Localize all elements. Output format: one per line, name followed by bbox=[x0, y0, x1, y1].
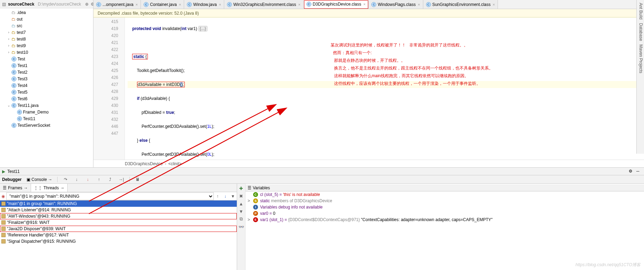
code-editor[interactable]: protected void invalidate(int var1) {...… bbox=[125, 17, 644, 160]
minimize-icon[interactable]: ─ bbox=[636, 169, 642, 174]
variable-row[interactable]: >Evar1 (slot_1) = {D3DContext$D3DContext… bbox=[245, 217, 644, 223]
breadcrumb[interactable]: D3DGraphicsDevice › <clinit> bbox=[93, 160, 644, 167]
prev-frame-icon[interactable]: ↑ bbox=[214, 192, 221, 200]
thread-row[interactable]: "Attach Listener"@914: RUNNING bbox=[0, 207, 237, 213]
watches-icon[interactable]: 👓 bbox=[238, 224, 244, 230]
expand-icon[interactable]: > bbox=[248, 198, 251, 203]
remove-watch-icon[interactable]: ✖ bbox=[238, 193, 244, 199]
breadcrumb-class[interactable]: D3DGraphicsDevice bbox=[125, 161, 163, 166]
line-number[interactable]: 419 bbox=[93, 25, 118, 32]
editor-tab[interactable]: CSunGraphicsEnvironment.class× bbox=[423, 0, 498, 9]
line-number[interactable]: 426 bbox=[93, 74, 118, 81]
variable-row[interactable]: Ccl (slot_5) = 'this' is not available bbox=[245, 191, 644, 198]
thread-row[interactable]: "AWT-Windows"@943: RUNNING bbox=[0, 213, 237, 219]
editor-tabs[interactable]: C...omponent.java×CContainer.java×CWindo… bbox=[93, 0, 644, 9]
editor-tab[interactable]: CWindow.java× bbox=[184, 0, 224, 9]
tree-item[interactable]: 🗀.idea bbox=[0, 9, 93, 16]
next-frame-icon[interactable]: ↓ bbox=[221, 192, 229, 200]
line-number[interactable]: 425 bbox=[93, 67, 118, 74]
tree-item[interactable]: CTest2 bbox=[0, 69, 93, 75]
tree-item[interactable]: CTest4 bbox=[0, 82, 93, 89]
close-icon[interactable]: × bbox=[179, 2, 181, 7]
caret-icon[interactable]: ⌄ bbox=[7, 103, 10, 107]
up-icon[interactable]: ▲ bbox=[238, 200, 244, 207]
tree-item[interactable]: CTest bbox=[0, 56, 93, 62]
threads-tab[interactable]: ⋮⋮Threads → bbox=[31, 184, 68, 192]
thread-row[interactable]: "Reference Handler"@917: WAIT bbox=[0, 232, 237, 238]
step-into-icon[interactable]: ↓ bbox=[74, 176, 80, 183]
editor-tab[interactable]: CD3DGraphicsDevice.class× bbox=[304, 0, 369, 9]
tree-item[interactable]: CTest5 bbox=[0, 89, 93, 95]
variable-row[interactable]: >Sstatic members of D3DGraphicsDevice bbox=[245, 198, 644, 204]
editor-tab[interactable]: CWindowsFlags.class× bbox=[369, 0, 423, 9]
tree-item[interactable]: ⌄CTest11.java bbox=[0, 102, 93, 109]
ant-build-tool[interactable]: Ant Build bbox=[637, 3, 643, 20]
line-number[interactable]: 446 bbox=[93, 123, 118, 130]
tree-item[interactable]: ›🗀test8 bbox=[0, 36, 93, 42]
thread-row[interactable]: "Finalizer"@916: WAIT bbox=[0, 219, 237, 226]
line-number[interactable]: 430 bbox=[93, 102, 118, 109]
line-number[interactable]: 431 bbox=[93, 109, 118, 116]
tree-item[interactable]: CFrame_Demo bbox=[0, 109, 93, 115]
evaluate-icon[interactable]: 🖩 bbox=[135, 176, 141, 183]
database-tool[interactable]: Database bbox=[637, 23, 643, 41]
console-tab[interactable]: ▣ Console → bbox=[26, 177, 52, 182]
line-number[interactable]: 447 bbox=[93, 130, 118, 137]
close-icon[interactable]: × bbox=[363, 2, 365, 6]
thread-selector[interactable]: "main"@1 in group "main": RUNNING bbox=[6, 192, 214, 200]
close-icon[interactable]: × bbox=[136, 2, 138, 7]
debugger-tab[interactable]: Debugger bbox=[2, 177, 22, 182]
tree-item[interactable]: CTestServerSocket bbox=[0, 122, 93, 129]
tree-item[interactable]: CTest6 bbox=[0, 95, 93, 102]
frames-tab[interactable]: ☰Frames → bbox=[0, 184, 31, 192]
tree-item[interactable]: 🗀src bbox=[0, 22, 93, 29]
filter-icon[interactable]: ▼ bbox=[229, 192, 237, 200]
step-over-icon[interactable]: ↷ bbox=[62, 176, 69, 183]
tree-item[interactable]: CTest1 bbox=[0, 62, 93, 69]
drop-frame-icon[interactable]: ⤴ bbox=[107, 176, 113, 183]
line-number[interactable]: 427 bbox=[93, 81, 118, 88]
line-number[interactable]: 421 bbox=[93, 39, 118, 46]
close-icon[interactable]: × bbox=[493, 2, 495, 7]
close-icon[interactable]: × bbox=[219, 2, 221, 7]
line-number[interactable]: 420 bbox=[93, 32, 118, 39]
thread-row[interactable]: "Java2D Disposer"@939: WAIT bbox=[0, 226, 237, 232]
gear-icon[interactable]: ⚙ bbox=[629, 169, 634, 174]
step-out-icon[interactable]: ↑ bbox=[96, 176, 102, 183]
tree-item[interactable]: CTest3 bbox=[0, 75, 93, 82]
line-number[interactable]: 432 bbox=[93, 116, 118, 123]
caret-icon[interactable]: › bbox=[7, 44, 10, 48]
tree-item[interactable]: ›🗀test7 bbox=[0, 29, 93, 36]
tree-item[interactable]: 🗀out bbox=[0, 16, 93, 22]
expand-icon[interactable]: > bbox=[248, 217, 251, 222]
line-number[interactable]: 429 bbox=[93, 95, 118, 102]
close-icon[interactable]: × bbox=[418, 2, 420, 7]
line-number[interactable]: 423 bbox=[93, 53, 118, 60]
line-number[interactable]: 422 bbox=[93, 46, 118, 53]
variable-row[interactable]: IVariables debug info not available bbox=[245, 204, 644, 210]
copy-icon[interactable]: ⧉ bbox=[238, 216, 244, 222]
run-to-cursor-icon[interactable]: →| bbox=[118, 176, 124, 183]
close-icon[interactable]: × bbox=[298, 2, 300, 7]
line-number[interactable]: 428 bbox=[93, 88, 118, 95]
maven-tool[interactable]: Maven Projects bbox=[637, 44, 643, 73]
project-tree[interactable]: 🗀.idea🗀out🗀src›🗀test7›🗀test8›🗀test9›🗀tes… bbox=[0, 8, 93, 167]
tree-item[interactable]: ›🗀test10 bbox=[0, 49, 93, 56]
caret-icon[interactable]: › bbox=[7, 37, 10, 41]
tree-item[interactable]: ›🗀test9 bbox=[0, 42, 93, 49]
caret-icon[interactable]: › bbox=[7, 50, 10, 54]
variable-row[interactable]: Pvar0 = 0 bbox=[245, 210, 644, 217]
thread-list[interactable]: "main"@1 in group "main": RUNNING"Attach… bbox=[0, 200, 237, 270]
caret-icon[interactable]: › bbox=[7, 30, 10, 34]
line-gutter[interactable]: 4154194204214224234244254264274284294304… bbox=[93, 17, 125, 160]
new-watch-icon[interactable]: ✚ bbox=[238, 185, 244, 191]
editor-tab[interactable]: C...omponent.java× bbox=[93, 0, 141, 9]
breadcrumb-method[interactable]: <clinit> bbox=[168, 161, 182, 166]
tree-item[interactable]: CTest11 bbox=[0, 115, 93, 122]
line-number[interactable]: 415 bbox=[93, 18, 118, 25]
target-icon[interactable]: ⊕ bbox=[85, 1, 89, 7]
thread-row[interactable]: "Signal Dispatcher"@915: RUNNING bbox=[0, 238, 237, 245]
line-number[interactable]: 424 bbox=[93, 60, 118, 67]
down-icon[interactable]: ▼ bbox=[238, 208, 244, 214]
force-step-into-icon[interactable]: ↓ bbox=[85, 176, 91, 183]
